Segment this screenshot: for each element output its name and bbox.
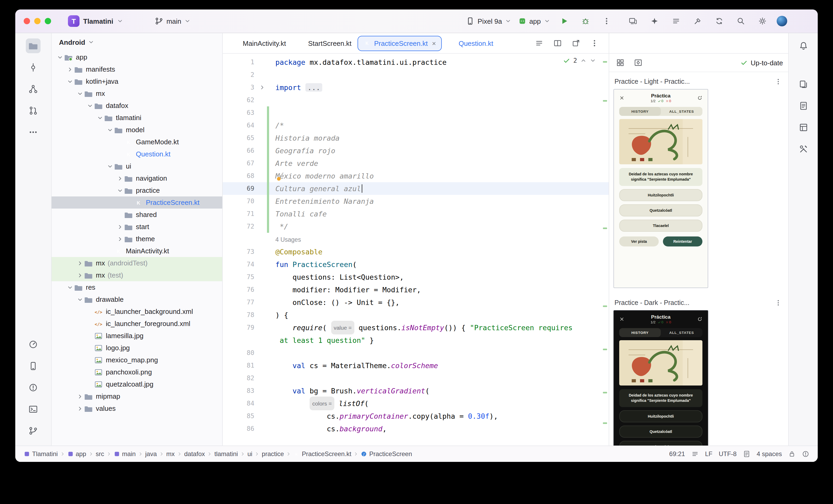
line-number[interactable]: 62 <box>223 94 258 106</box>
layout-inspector-button[interactable] <box>796 120 811 135</box>
breadcrumb-item[interactable]: java <box>145 450 157 458</box>
tree-item-lamesilla-jpg[interactable]: lamesilla.jpg <box>52 330 222 342</box>
line-separator-icon[interactable] <box>691 450 699 458</box>
line-number[interactable]: 63 <box>223 106 258 119</box>
code-line[interactable]: 69 Cultura general azul <box>223 182 609 195</box>
tab-mainactivity-kt[interactable]: MainActivity.kt <box>227 33 291 53</box>
tree-item-mexico-map-png[interactable]: mexico_map.png <box>52 354 222 366</box>
line-number[interactable]: 81 <box>223 359 258 372</box>
tree-item-mx[interactable]: mx (androidTest) <box>52 257 222 269</box>
editor-options-button[interactable] <box>589 38 600 49</box>
tree-item-values[interactable]: values <box>52 402 222 414</box>
structure-button[interactable] <box>26 81 41 96</box>
settings-button[interactable] <box>756 14 769 28</box>
sync-project-button[interactable] <box>712 14 726 28</box>
debug-button[interactable] <box>579 14 592 28</box>
preview-grid-mode-button[interactable] <box>615 57 626 69</box>
tree-item-start[interactable]: start <box>52 221 222 233</box>
branch-selector[interactable]: main <box>155 17 191 25</box>
error-stripe[interactable] <box>601 54 609 446</box>
tree-item-mx[interactable]: mx <box>52 88 222 99</box>
answer-button[interactable]: Quetzalcóatl <box>619 426 703 438</box>
line-number[interactable]: 77 <box>223 296 258 309</box>
chevron-right-icon[interactable] <box>66 66 74 72</box>
tree-item-drawable[interactable]: drawable <box>52 293 222 306</box>
tree-item-ui[interactable]: ui <box>52 160 222 172</box>
tree-item-mainactivity-kt[interactable]: MainActivity.kt <box>52 245 222 257</box>
breadcrumb-item[interactable]: tlamatini <box>214 450 238 458</box>
answer-button[interactable]: Huitzilopochtli <box>619 410 703 423</box>
chevron-down-icon[interactable] <box>106 127 114 133</box>
line-number[interactable] <box>223 334 258 346</box>
line-number[interactable]: 84 <box>223 397 258 410</box>
quiz-tab-history[interactable]: HISTORY <box>619 328 661 337</box>
chevron-down-icon[interactable] <box>76 296 84 303</box>
commit-button[interactable] <box>26 60 41 75</box>
breadcrumb-item[interactable]: src <box>96 450 104 458</box>
chevron-down-icon[interactable] <box>56 54 64 60</box>
tree-item-practice[interactable]: practice <box>52 184 222 196</box>
tree-item-kotlin-java[interactable]: kotlin+java <box>52 75 222 88</box>
line-number[interactable]: 3 <box>223 81 258 94</box>
minimize-window-button[interactable] <box>34 18 41 24</box>
breadcrumb-item[interactable]: practice <box>262 450 284 458</box>
quiz-refresh-icon[interactable] <box>694 316 706 321</box>
chevron-down-icon[interactable] <box>86 102 94 109</box>
line-number[interactable]: 79 <box>223 321 258 334</box>
line-number[interactable]: 80 <box>223 346 258 359</box>
line-number[interactable]: 72 <box>223 220 258 233</box>
chevron-right-icon[interactable] <box>116 175 124 182</box>
quiz-refresh-icon[interactable] <box>694 95 706 100</box>
tree-item-datafox[interactable]: datafox <box>52 99 222 112</box>
run-configuration-selector[interactable]: app <box>519 17 550 25</box>
chevron-down-icon[interactable] <box>96 115 104 121</box>
code-line[interactable]: 2 <box>223 69 609 81</box>
code-line[interactable]: 63 <box>223 106 609 119</box>
preview-dark-frame[interactable]: Práctica 1/2 0 0 HISTORY ALL <box>614 310 708 446</box>
line-number[interactable]: 83 <box>223 384 258 397</box>
tree-item-ic-launcher-foreground-xml[interactable]: ic_launcher_foreground.xml <box>52 317 222 330</box>
code-line[interactable]: 81 val cs = MaterialTheme.colorScheme <box>223 359 609 372</box>
chevron-right-icon[interactable] <box>116 236 124 242</box>
line-number[interactable]: 85 <box>223 410 258 423</box>
preview-scroll-area[interactable]: Practice - Light - Practic... Práctica 1… <box>609 72 788 446</box>
more-tool-windows-button[interactable] <box>26 125 41 140</box>
breadcrumb-item[interactable]: ui <box>247 450 253 458</box>
tree-item-shared[interactable]: shared <box>52 209 222 221</box>
line-number[interactable]: 68 <box>223 170 258 182</box>
tab-startscreen-kt[interactable]: StartScreen.kt <box>292 33 357 53</box>
inspections-widget[interactable]: 2 <box>563 57 596 64</box>
code-editor[interactable]: 1 package mx.datafox.tlamatini.ui.practi… <box>223 54 609 446</box>
chevron-right-icon[interactable] <box>116 223 124 230</box>
prev-problem-icon[interactable] <box>580 57 587 64</box>
next-problem-icon[interactable] <box>590 57 596 64</box>
tab-question-kt[interactable]: Question.kt <box>443 33 499 53</box>
split-editor-button[interactable] <box>552 38 564 49</box>
code-line[interactable]: 85 cs.primaryContainer.copy(alpha = 0.30… <box>223 410 609 423</box>
tab-practicescreen-kt[interactable]: PracticeScreen.kt× <box>358 35 442 51</box>
tree-item-mipmap[interactable]: mipmap <box>52 390 222 402</box>
line-number[interactable]: 86 <box>223 423 258 435</box>
line-number[interactable]: 2 <box>223 69 258 81</box>
quiz-tab-allstates[interactable]: ALL_STATES <box>661 107 703 116</box>
code-line[interactable]: 3 import ... <box>223 81 609 94</box>
device-selector[interactable]: Pixel 9a <box>466 17 511 25</box>
breadcrumb-item[interactable]: mx <box>166 450 175 458</box>
code-line[interactable]: 67 Arte verde <box>223 157 609 170</box>
chevron-right-icon[interactable] <box>76 393 84 400</box>
breadcrumb-item[interactable]: main <box>114 450 136 458</box>
line-number[interactable]: 78 <box>223 309 258 321</box>
quiz-tab-history[interactable]: HISTORY <box>619 107 661 116</box>
detach-editor-button[interactable] <box>570 38 582 49</box>
tree-item-model[interactable]: model <box>52 124 222 136</box>
device-manager-button[interactable] <box>26 359 41 374</box>
running-devices-button[interactable] <box>626 14 640 28</box>
gradle-button[interactable] <box>796 77 811 92</box>
profiler-button[interactable] <box>26 337 41 352</box>
tree-item-theme[interactable]: theme <box>52 233 222 245</box>
code-line[interactable]: 73 @Composable <box>223 245 609 258</box>
line-number[interactable]: 73 <box>223 245 258 258</box>
code-line[interactable]: 76 modifier: Modifier = Modifier, <box>223 283 609 296</box>
gemini-ai-button[interactable] <box>648 14 661 28</box>
project-button[interactable] <box>26 39 41 53</box>
